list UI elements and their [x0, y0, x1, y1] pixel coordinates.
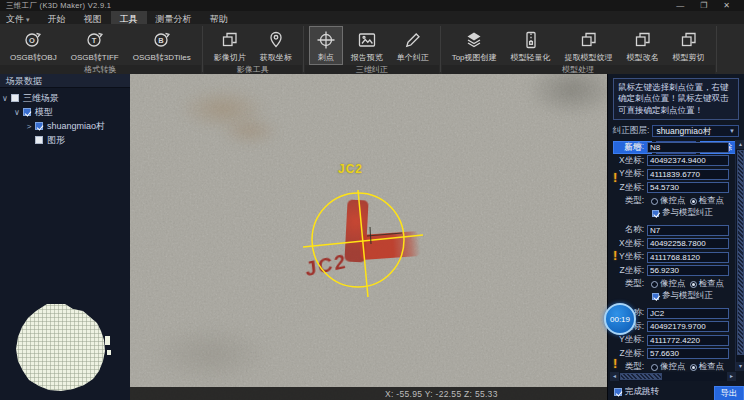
- caret-icon[interactable]: ∨: [12, 108, 22, 117]
- scene-tree: ∨ 三维场景 ∨ 模型 > shuangmiao村 图形: [0, 88, 130, 147]
- x-field[interactable]: 40492179.9700: [647, 321, 729, 332]
- radio-gcp[interactable]: [651, 364, 658, 371]
- single-correction-button[interactable]: 单个纠正: [391, 26, 435, 65]
- name-field[interactable]: N7: [647, 225, 729, 236]
- overview-minimap[interactable]: [10, 302, 114, 398]
- y-field[interactable]: 4111772.4220: [647, 335, 729, 346]
- convert-b-icon: B: [151, 29, 173, 51]
- close-icon[interactable]: ✕: [723, 1, 730, 11]
- z-field[interactable]: 57.6630: [647, 348, 729, 359]
- chevron-down-icon: ▾: [26, 16, 30, 23]
- svg-text:B: B: [158, 36, 164, 45]
- menu-start[interactable]: 开始: [39, 11, 75, 24]
- crosshair-overlay: [130, 74, 607, 400]
- finish-jump-checkbox[interactable]: [614, 388, 622, 396]
- model-rename-button[interactable]: 模型改名: [621, 26, 665, 65]
- menu-measure-analysis[interactable]: 测量分析: [147, 11, 201, 24]
- checkbox-3d-scene[interactable]: [11, 94, 19, 102]
- layer-label: 纠正图层:: [613, 125, 649, 137]
- scene-data-panel: 场景数据 ∨ 三维场景 ∨ 模型 > shuangmiao村 图形: [0, 74, 130, 400]
- participate-checkbox[interactable]: [652, 293, 659, 300]
- point-group: 名称:N8 X坐标:40492374.9400 Y坐标:4111839.6770…: [610, 141, 736, 219]
- timer-badge: 00:19: [604, 303, 636, 335]
- image-slice-button[interactable]: 影像切片: [208, 26, 252, 65]
- model-clip-button[interactable]: 模型剪切: [667, 26, 711, 65]
- checkbox-graphics[interactable]: [35, 136, 43, 144]
- osgb-to-3dtiles-button[interactable]: B OSGB转3DTiles: [127, 26, 197, 65]
- y-field[interactable]: 4111768.8120: [647, 252, 729, 263]
- correction-panel: 鼠标左键选择刺点位置，右键确定刺点位置！鼠标左键双击可直接确定刺点位置！ 纠正图…: [607, 74, 744, 400]
- report-preview-button[interactable]: 报告预览: [345, 26, 389, 65]
- scroll-up-icon[interactable]: ▴: [736, 140, 744, 149]
- warning-icon: !: [613, 248, 617, 263]
- model-lightweight-button[interactable]: 模型轻量化: [505, 26, 557, 65]
- menu-bar: 文件▾ 开始 视图 工具 测量分析 帮助: [0, 11, 744, 24]
- radio-checkpoint[interactable]: [690, 364, 697, 371]
- menu-file[interactable]: 文件▾: [0, 11, 39, 24]
- minimize-icon[interactable]: —: [676, 1, 684, 11]
- participate-checkbox[interactable]: [652, 210, 659, 217]
- checkbox-model[interactable]: [23, 108, 31, 116]
- control-point-list[interactable]: 名称:N8 X坐标:40492374.9400 Y坐标:4111839.6770…: [608, 140, 736, 371]
- caret-icon[interactable]: ∨: [0, 94, 10, 103]
- tree-item-shuangmiao[interactable]: > shuangmiao村: [0, 119, 130, 133]
- convert-t-icon: T: [84, 29, 106, 51]
- image-slice-icon: [219, 29, 241, 51]
- caret-icon[interactable]: >: [24, 122, 34, 131]
- z-field[interactable]: 56.9230: [647, 265, 729, 276]
- footprint-fragment: [105, 336, 110, 345]
- name-field[interactable]: N8: [647, 142, 729, 153]
- menu-tools[interactable]: 工具: [111, 11, 147, 24]
- location-pin-icon: [265, 29, 287, 51]
- menu-view[interactable]: 视图: [75, 11, 111, 24]
- y-field[interactable]: 4111839.6770: [647, 169, 729, 180]
- warning-icon: !: [613, 356, 617, 371]
- get-coordinates-button[interactable]: 获取坐标: [254, 26, 298, 65]
- tree-item-graphics[interactable]: 图形: [0, 133, 130, 147]
- photo-viewport[interactable]: JC2 JC2 X: -55.95 Y: -22.55 Z: 55.33: [130, 74, 607, 400]
- convert-o-icon: O: [22, 29, 44, 51]
- copy-icon: [578, 29, 600, 51]
- zip-icon: [520, 29, 542, 51]
- maximize-icon[interactable]: ❐: [700, 1, 707, 11]
- horizontal-scrollbar[interactable]: ◂ ▸: [610, 372, 736, 381]
- checkbox-shuangmiao[interactable]: [35, 122, 43, 130]
- top-view-create-button[interactable]: Top视图创建: [446, 26, 503, 65]
- scroll-down-icon[interactable]: ▾: [736, 362, 744, 371]
- divider: [202, 26, 203, 72]
- layers-icon: [463, 29, 485, 51]
- radio-gcp[interactable]: [651, 281, 658, 288]
- tree-item-model[interactable]: ∨ 模型: [0, 105, 130, 119]
- scrollbar-thumb[interactable]: [737, 150, 744, 355]
- pick-point-button[interactable]: 刺点: [309, 26, 343, 65]
- divider: [303, 26, 304, 72]
- viewport-status-bar: X: -55.95 Y: -22.55 Z: 55.33: [130, 387, 607, 400]
- radio-checkpoint[interactable]: [690, 198, 697, 205]
- menu-help[interactable]: 帮助: [201, 11, 237, 24]
- footprint-fragment: [107, 350, 111, 355]
- group-format-convert: O OSGB转OBJ T OSGB转TIFF B OSGB转3DTiles 格式…: [0, 24, 201, 74]
- radio-gcp[interactable]: [651, 198, 658, 205]
- z-field[interactable]: 54.5730: [647, 182, 729, 193]
- pointcloud-footprint: [10, 302, 114, 398]
- export-button[interactable]: 导出: [714, 386, 744, 400]
- vertical-scrollbar[interactable]: ▴ ▾: [735, 140, 744, 371]
- chevron-down-icon: ▼: [729, 126, 735, 137]
- scroll-right-icon[interactable]: ▸: [727, 372, 736, 381]
- scrollbar-thumb[interactable]: [620, 373, 662, 380]
- osgb-to-obj-button[interactable]: O OSGB转OBJ: [4, 26, 63, 65]
- scroll-left-icon[interactable]: ◂: [610, 372, 619, 381]
- x-field[interactable]: 40492258.7800: [647, 238, 729, 249]
- osgb-to-tiff-button[interactable]: T OSGB转TIFF: [65, 26, 125, 65]
- radio-checkpoint[interactable]: [690, 281, 697, 288]
- window-title: 三维工厂 (K3D Maker) V2.9.1: [0, 1, 111, 11]
- scene-data-header: 场景数据: [0, 74, 130, 88]
- x-field[interactable]: 40492374.9400: [647, 155, 729, 166]
- layer-select[interactable]: shuangmiao村 ▼: [652, 125, 739, 137]
- divider: [716, 26, 717, 72]
- tree-item-3d-scene[interactable]: ∨ 三维场景: [0, 91, 130, 105]
- pencil-icon: [402, 29, 424, 51]
- divider: [440, 26, 441, 72]
- extract-texture-button[interactable]: 提取模型纹理: [559, 26, 619, 65]
- name-field[interactable]: JC2: [647, 308, 729, 319]
